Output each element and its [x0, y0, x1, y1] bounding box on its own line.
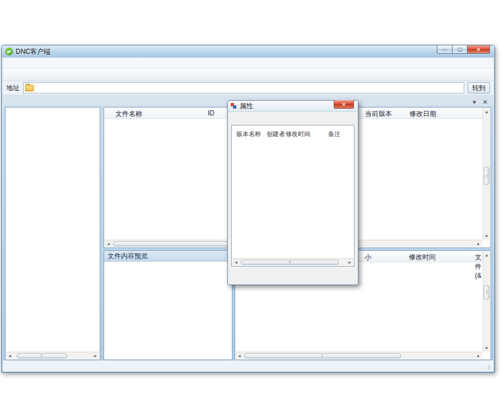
panel-menu-icon[interactable]: ▾ — [473, 99, 476, 106]
breadcrumb-folder-icon — [24, 83, 37, 93]
desktop: { "window": { "title": "DNC客户端" }, "menu… — [0, 0, 504, 420]
scroll-down-icon[interactable]: ▼ — [483, 344, 490, 352]
scroll-down-icon[interactable]: ▼ — [483, 232, 490, 240]
scroll-left-icon[interactable]: ◄ — [105, 242, 112, 246]
dialog-title: 属性 — [240, 101, 253, 111]
nc-list-vscrollbar[interactable]: ▲ ≡ ▼ — [483, 108, 490, 240]
scroll-right-icon[interactable]: ► — [475, 354, 482, 358]
panel-strip-controls: ▾ ✕ — [473, 99, 488, 106]
properties-icon — [231, 103, 237, 109]
minimize-button[interactable]: — — [437, 45, 452, 54]
server-tree-panel: ◄ ≡ ► — [5, 107, 100, 360]
column-time[interactable]: 修改时间 — [286, 130, 310, 138]
column-version-name[interactable]: 版本名称 — [236, 130, 261, 138]
go-button[interactable]: 转到 — [468, 82, 490, 94]
status-bar — [3, 360, 493, 371]
column-note[interactable]: 备注 — [328, 130, 340, 138]
panel-close-icon[interactable]: ✕ — [483, 99, 488, 106]
address-label: 地址 — [6, 83, 20, 93]
column-size[interactable]: 小 — [365, 253, 371, 262]
window-controls: — ▢ ✕ — [437, 45, 490, 54]
version-info-page: 版本名称 创建者 修改时间 备注 ◄ ≡ ► — [231, 125, 354, 267]
maximize-button[interactable]: ▢ — [452, 45, 468, 54]
column-name[interactable]: 文件名称 — [115, 109, 142, 119]
scroll-up-icon[interactable]: ▲ — [483, 251, 490, 259]
scroll-left-icon[interactable]: ◄ — [232, 260, 240, 264]
app-logo-icon — [5, 48, 13, 55]
scroll-left-icon[interactable]: ◄ — [236, 354, 243, 358]
resize-grip[interactable]: ⠿ — [487, 365, 493, 371]
window-title: DNC客户端 — [16, 47, 50, 57]
column-version[interactable]: 当前版本 — [365, 109, 392, 119]
dialog-close-button[interactable]: ✕ — [334, 100, 354, 109]
close-button[interactable]: ✕ — [468, 45, 490, 54]
attachment-vscrollbar[interactable]: ▲ ≡ ▼ — [483, 251, 490, 352]
breadcrumb — [23, 82, 464, 94]
column-mtime[interactable]: 修改时间 — [409, 253, 436, 262]
column-id[interactable]: ID — [208, 109, 214, 117]
tree-hscrollbar[interactable]: ◄ ≡ ► — [6, 352, 99, 359]
scroll-left-icon[interactable]: ◄ — [6, 354, 13, 358]
dialog-hscrollbar[interactable]: ◄ ≡ ► — [232, 258, 353, 265]
column-creator[interactable]: 创建者 — [267, 130, 285, 138]
attachment-hscrollbar[interactable]: ◄ ≡ ► — [236, 352, 482, 359]
toolbar — [3, 69, 493, 81]
server-tree — [6, 109, 100, 351]
scroll-right-icon[interactable]: ► — [475, 242, 482, 246]
file-preview-panel: 文件内容预览 — [104, 250, 232, 360]
address-bar: 地址 转到 — [3, 81, 493, 95]
scroll-up-icon[interactable]: ▲ — [483, 108, 490, 115]
column-date[interactable]: 修改日期 — [409, 109, 436, 119]
dialog-tabs — [231, 115, 354, 125]
title-bar[interactable]: DNC客户端 — ▢ ✕ — [2, 45, 494, 58]
menu-bar — [3, 58, 493, 69]
scroll-right-icon[interactable]: ► — [346, 260, 353, 264]
properties-dialog: 属性 ✕ 版本名称 创建者 修改时间 备注 ◄ ≡ ► — [227, 100, 358, 285]
app-window: DNC客户端 — ▢ ✕ 地址 转到 ▾ ✕ ◄ ≡ ► — [1, 45, 495, 373]
preview-title: 文件内容预览 — [104, 251, 232, 262]
scroll-right-icon[interactable]: ► — [92, 354, 99, 358]
preview-content — [104, 262, 232, 264]
